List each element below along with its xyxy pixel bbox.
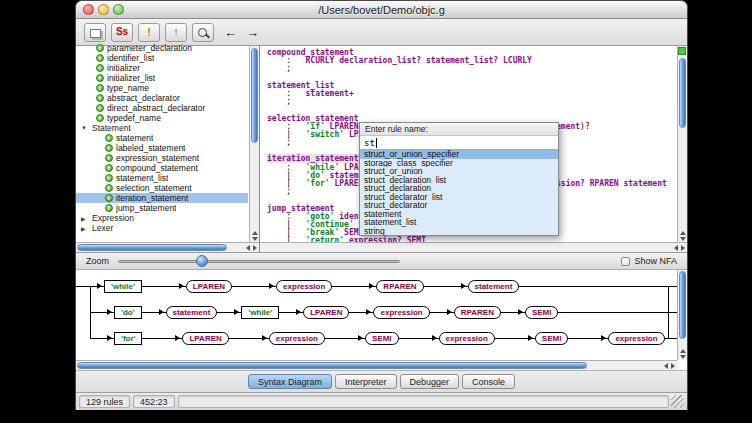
diagram-node[interactable]: 'while' [104, 280, 142, 293]
editor-vertical-scrollbar[interactable] [677, 46, 687, 242]
zoom-slider-knob[interactable] [196, 255, 208, 267]
window-titlebar[interactable]: /Users/bovet/Demo/objc.g [76, 1, 687, 19]
sidebar-item-statement-list[interactable]: statement_list [76, 173, 248, 183]
sidebar-group-statement[interactable]: ▼ Statement [76, 123, 248, 133]
completion-item[interactable]: string [360, 227, 558, 236]
completion-item[interactable]: struct_or_union_specifier [360, 150, 558, 159]
scrollbar-thumb[interactable] [77, 244, 227, 251]
diagram-node[interactable]: statement [468, 280, 520, 293]
sidebar-item-initializer-list[interactable]: initializer_list [76, 73, 248, 83]
scrollbar-arrows[interactable] [664, 361, 675, 370]
sidebar-vertical-scrollbar[interactable] [249, 46, 259, 242]
diagram-node[interactable]: expression [276, 280, 332, 293]
scroll-up-icon[interactable] [252, 231, 258, 235]
scroll-up-icon[interactable] [680, 349, 686, 353]
sidebar-item-identifier-list[interactable]: identifier_list [76, 53, 248, 63]
scroll-right-icon[interactable] [671, 363, 675, 369]
scrollbar-arrows[interactable] [674, 243, 685, 252]
tab-syntax-diagram[interactable]: Syntax Diagram [248, 374, 332, 389]
sidebar-group-expression[interactable]: ▶ Expression [76, 213, 248, 223]
editor-horizontal-scrollbar[interactable] [260, 242, 687, 252]
scroll-down-icon[interactable] [252, 237, 258, 241]
syntax-coloring-button[interactable]: Ss [111, 23, 133, 42]
completion-item[interactable]: storage_class_specifier [360, 159, 558, 168]
scrollbar-arrows[interactable] [246, 243, 257, 252]
sidebar-item-statement[interactable]: statement [76, 133, 248, 143]
scrollbar-arrows[interactable] [250, 231, 259, 241]
zoom-slider[interactable] [118, 255, 400, 267]
scrollbar-thumb[interactable] [679, 271, 686, 339]
minimize-button[interactable] [98, 4, 109, 15]
sidebar-item-type-name[interactable]: type_name [76, 83, 248, 93]
diagram-node[interactable]: expression [439, 332, 495, 345]
diagram-node[interactable]: LPAREN [303, 306, 349, 319]
scroll-up-icon[interactable] [680, 231, 686, 235]
scrollbar-thumb[interactable] [77, 362, 587, 369]
scroll-left-icon[interactable] [246, 245, 250, 251]
disclosure-triangle-icon[interactable]: ▶ [81, 225, 89, 232]
completion-item[interactable]: statement [360, 210, 558, 219]
sidebar-item-iteration-statement[interactable]: iteration_statement [76, 193, 248, 203]
resize-grip[interactable] [671, 395, 684, 408]
sidebar-horizontal-scrollbar[interactable] [76, 242, 259, 252]
completion-item[interactable]: statement_list [360, 218, 558, 227]
tab-interpreter[interactable]: Interpreter [335, 374, 397, 389]
railroad-canvas[interactable]: 'while'LPARENexpressionRPARENstatement '… [76, 270, 677, 360]
tab-debugger[interactable]: Debugger [400, 374, 460, 389]
sidebar-item-typedef-name[interactable]: typedef_name [76, 113, 248, 123]
diagram-node[interactable]: 'do' [114, 306, 142, 319]
sidebar-item-parameter-declaration[interactable]: parameter_declaration [76, 43, 248, 53]
diagram-node[interactable]: RPAREN [454, 306, 501, 319]
completion-item[interactable]: struct_declaration [360, 184, 558, 193]
scrollbar-thumb[interactable] [251, 48, 258, 143]
sidebar-item-jump-statement[interactable]: jump_statement [76, 203, 248, 213]
diagram-node[interactable]: expression [269, 332, 325, 345]
find-button[interactable] [192, 23, 214, 42]
tab-console[interactable]: Console [462, 374, 515, 389]
completion-item[interactable]: struct_declaration_list [360, 176, 558, 185]
rules-tree[interactable]: parameter_declaration identifier_list [76, 43, 259, 242]
zoom-window-button[interactable] [113, 4, 124, 15]
console-window-button[interactable] [84, 23, 106, 42]
scroll-left-icon[interactable] [674, 245, 678, 251]
scrollbar-thumb[interactable] [679, 58, 686, 128]
check-grammar-button[interactable]: ! [138, 23, 160, 42]
sidebar-item-selection-statement[interactable]: selection_statement [76, 183, 248, 193]
scroll-down-icon[interactable] [680, 237, 686, 241]
diagram-horizontal-scrollbar[interactable] [76, 360, 677, 370]
completion-item[interactable]: struct_declarator [360, 201, 558, 210]
scroll-right-icon[interactable] [253, 245, 257, 251]
back-button[interactable]: ← [224, 26, 237, 39]
diagram-node[interactable]: RPAREN [376, 280, 423, 293]
diagram-node[interactable]: expression [608, 332, 664, 345]
scroll-down-icon[interactable] [680, 355, 686, 359]
sidebar-group-lexer[interactable]: ▶ Lexer [76, 223, 248, 233]
diagram-node[interactable]: 'for' [114, 332, 142, 345]
diagram-node[interactable]: LPAREN [186, 280, 232, 293]
completion-item[interactable]: struct_or_union [360, 167, 558, 176]
sidebar-item-initializer[interactable]: initializer [76, 63, 248, 73]
zoom-slider-track[interactable] [118, 260, 400, 263]
diagram-node[interactable]: LPAREN [182, 332, 228, 345]
sidebar-item-compound-statement[interactable]: compound_statement [76, 163, 248, 173]
diagram-vertical-scrollbar[interactable] [677, 270, 687, 360]
scrollbar-arrows[interactable] [678, 349, 687, 359]
scrollbar-arrows[interactable] [678, 231, 687, 241]
sidebar-item-abstract-declarator[interactable]: abstract_declarator [76, 93, 248, 103]
diagram-node[interactable]: SEMI [525, 306, 559, 319]
forward-button[interactable]: → [246, 26, 259, 39]
diagram-node[interactable]: expression [373, 306, 429, 319]
sidebar-item-expression-statement[interactable]: expression_statement [76, 153, 248, 163]
disclosure-triangle-icon[interactable]: ▼ [81, 125, 89, 131]
diagram-node[interactable]: SEMI [365, 332, 399, 345]
sidebar-item-labeled-statement[interactable]: labeled_statement [76, 143, 248, 153]
scroll-right-icon[interactable] [681, 245, 685, 251]
close-button[interactable] [83, 4, 94, 15]
completion-item[interactable]: struct_declarator_list [360, 193, 558, 202]
show-nfa-checkbox[interactable] [621, 257, 630, 266]
scroll-left-icon[interactable] [664, 363, 668, 369]
diagram-node[interactable]: SEMI [535, 332, 569, 345]
sidebar-item-direct-abstract-declarator[interactable]: direct_abstract_declarator [76, 103, 248, 113]
disclosure-triangle-icon[interactable]: ▶ [81, 215, 89, 222]
diagram-node[interactable]: 'while' [241, 306, 279, 319]
